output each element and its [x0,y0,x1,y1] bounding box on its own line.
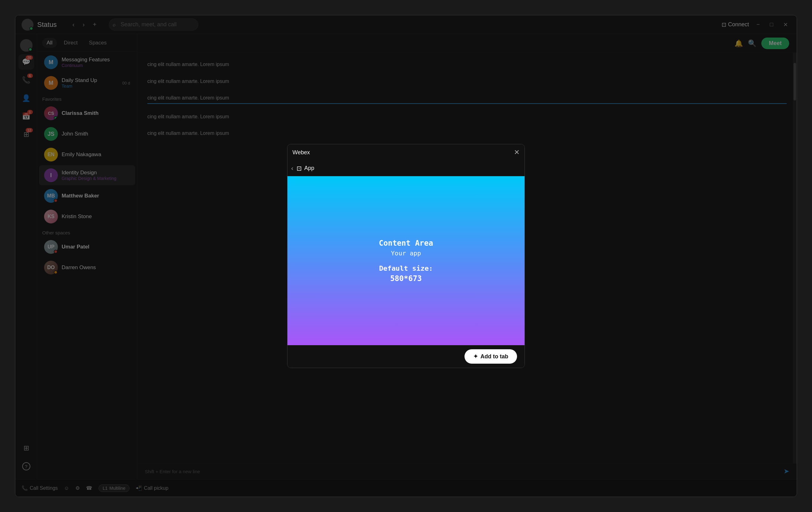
sparkle-icon: ✦ [473,353,478,360]
app-window: Status ‹ › + ⌕ ⊡ Connect − □ ✕ [15,15,797,497]
add-to-tab-button[interactable]: ✦ Add to tab [464,349,517,364]
app-label: App [304,165,314,171]
app-icon: ⊡ [296,165,302,172]
your-app-label: Your app [379,250,433,257]
size-value: 580*673 [379,274,433,283]
add-to-tab-label: Add to tab [481,353,508,360]
modal-nav: ‹ ⊡ App [287,161,525,176]
content-area-label: Content Area [379,239,433,248]
webex-modal: Webex ✕ ‹ ⊡ App Content Area Your app De… [287,144,525,368]
modal-content-text: Content Area Your app Default size: 580*… [379,239,433,283]
modal-overlay: Webex ✕ ‹ ⊡ App Content Area Your app De… [15,15,797,497]
modal-back-button[interactable]: ‹ [291,165,293,172]
modal-footer: ✦ Add to tab [287,345,525,368]
modal-title: Webex [292,149,310,156]
modal-nav-label: ⊡ App [296,165,314,172]
modal-title-bar: Webex ✕ [287,144,525,161]
modal-content-display: Content Area Your app Default size: 580*… [287,176,525,345]
default-size-label: Default size: [379,264,433,272]
modal-close-button[interactable]: ✕ [514,148,520,157]
